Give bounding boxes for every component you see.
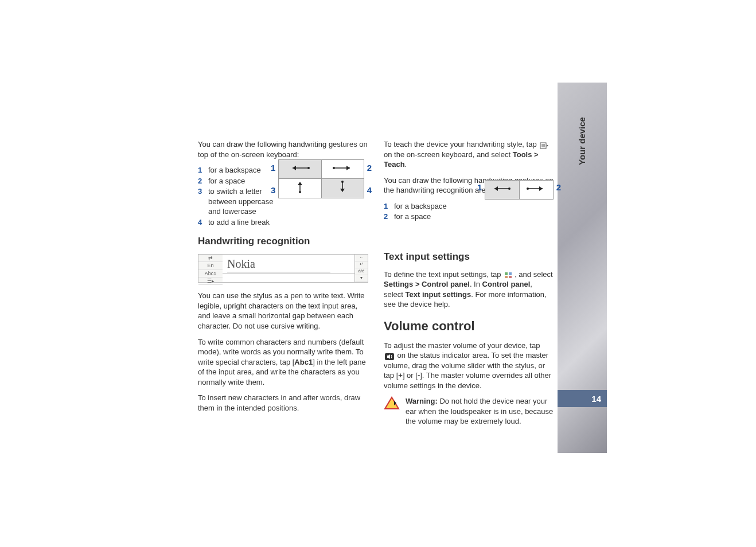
gesture-backspace-icon <box>286 162 314 174</box>
svg-marker-1 <box>293 166 296 170</box>
hw-right-buttons: ← ↵ à/é ▾ <box>354 255 368 282</box>
heading-volume-control: Volume control <box>384 318 554 335</box>
svg-marker-29 <box>385 397 399 409</box>
menu-icon <box>540 142 549 149</box>
hw-blank-area[interactable] <box>223 274 355 282</box>
svg-marker-4 <box>346 166 350 170</box>
list-item: 1for a backspace <box>384 201 476 212</box>
svg-point-5 <box>333 167 335 169</box>
hw-btn-abc1[interactable]: Abc1 <box>198 270 223 278</box>
gesture-space-icon <box>523 183 550 194</box>
svg-rect-25 <box>505 276 508 278</box>
paragraph: To adjust the master volume of your devi… <box>384 341 554 391</box>
paragraph: To define the text input settings, tap ,… <box>384 269 554 310</box>
svg-marker-16 <box>547 144 548 147</box>
heading-handwriting-recognition: Handwriting recognition <box>198 235 368 248</box>
list-item: 2for a space <box>384 212 476 222</box>
intro-text: You can draw the following handwriting g… <box>198 139 368 159</box>
svg-point-22 <box>527 187 529 190</box>
gesture-grid-4: 1 2 3 4 <box>278 159 364 198</box>
hw-left-buttons: ⇄ En Abc1 ☰▸ <box>198 255 223 282</box>
warning-row: Warning: Do not hold the device near you… <box>384 396 554 432</box>
svg-rect-26 <box>509 276 512 278</box>
gesture-backspace-icon <box>489 183 515 194</box>
svg-rect-24 <box>509 272 512 275</box>
gesture-grid-2: 1 2 <box>485 180 554 200</box>
heading-text-input-settings: Text input settings <box>384 251 554 264</box>
page-body: You can draw the following handwriting g… <box>198 139 554 432</box>
hw-btn-accents[interactable]: à/é <box>355 268 368 275</box>
hw-btn-enter[interactable]: ↵ <box>355 261 368 268</box>
hw-btn-menu[interactable]: ☰▸ <box>198 278 223 285</box>
hw-btn-swap[interactable]: ⇄ <box>198 255 223 262</box>
apps-icon <box>504 271 513 278</box>
section-tab-label: Your device <box>577 117 587 165</box>
handwriting-input-panel: ⇄ En Abc1 ☰▸ Nokia ← ↵ à/é ▾ <box>198 254 368 283</box>
gesture-linebreak-icon <box>328 179 357 194</box>
page-number: 14 <box>558 390 607 407</box>
warning-icon <box>384 396 400 410</box>
svg-point-19 <box>508 187 511 190</box>
svg-point-8 <box>299 191 301 193</box>
list-item: 3to switch a letter between uppercase an… <box>198 186 278 217</box>
gesture-list: 1for a backspace 2for a space 3to switch… <box>198 165 278 227</box>
hw-writing-area[interactable]: Nokia <box>223 255 355 274</box>
svg-marker-7 <box>298 182 302 185</box>
svg-marker-10 <box>340 189 345 192</box>
svg-marker-18 <box>494 186 498 191</box>
gesture-list-2: 1for a backspace 2for a space <box>384 201 476 222</box>
paragraph: To insert new characters in and after wo… <box>198 393 368 413</box>
svg-rect-23 <box>505 272 508 275</box>
svg-point-11 <box>341 181 344 183</box>
list-item: 1for a backspace <box>198 165 278 175</box>
warning-text: Warning: Do not hold the device near you… <box>406 396 554 427</box>
list-item: 4to add a line break <box>198 217 278 228</box>
hw-btn-backspace[interactable]: ← <box>355 255 368 261</box>
svg-point-2 <box>307 167 310 169</box>
left-column: You can draw the following handwriting g… <box>198 139 368 432</box>
right-column: To teach the device your handwriting sty… <box>384 139 554 432</box>
paragraph: You can use the stylus as a pen to write… <box>198 291 368 331</box>
gesture-case-icon <box>286 179 314 194</box>
paragraph: To teach the device your handwriting sty… <box>384 139 554 170</box>
svg-marker-21 <box>539 186 543 191</box>
list-item: 2for a space <box>198 176 278 186</box>
paragraph: To write common characters and numbers (… <box>198 337 368 388</box>
gesture-space-icon <box>328 162 357 174</box>
speaker-icon <box>385 353 394 360</box>
hw-btn-collapse[interactable]: ▾ <box>355 275 368 282</box>
hw-btn-lang[interactable]: En <box>198 262 223 269</box>
